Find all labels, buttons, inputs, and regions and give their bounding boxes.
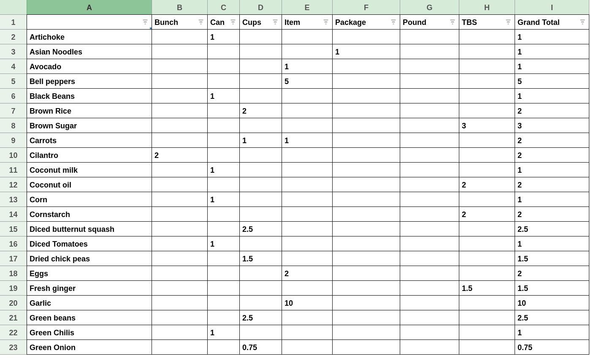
cell-A12[interactable]: Coconut oil [27, 177, 152, 192]
cell-B13[interactable] [152, 192, 208, 207]
cell-B23[interactable] [152, 340, 208, 355]
cell-I18[interactable]: 2 [515, 266, 589, 281]
cell-B9[interactable] [152, 133, 208, 148]
cell-D16[interactable] [239, 236, 282, 251]
cell-F18[interactable] [332, 266, 400, 281]
cell-E15[interactable] [282, 221, 333, 236]
cell-G22[interactable] [400, 325, 459, 340]
cell-E6[interactable] [282, 88, 333, 103]
cell-H7[interactable] [459, 103, 515, 118]
row-header-6[interactable]: 6 [0, 88, 27, 103]
cell-C10[interactable] [207, 147, 240, 163]
cell-B6[interactable] [152, 88, 208, 103]
cell-D3[interactable] [239, 44, 282, 59]
cell-E2[interactable] [282, 29, 333, 44]
cell-G21[interactable] [400, 310, 459, 325]
row-header-21[interactable]: 21 [0, 310, 27, 325]
row-header-12[interactable]: 12 [0, 177, 27, 192]
cell-B7[interactable] [152, 103, 208, 118]
cell-G14[interactable] [400, 206, 459, 222]
cell-A20[interactable]: Garlic [27, 295, 152, 310]
cell-C3[interactable] [207, 44, 240, 59]
cell-C20[interactable] [207, 295, 240, 310]
cell-G3[interactable] [400, 44, 459, 59]
cell-E5[interactable]: 5 [282, 73, 333, 89]
cell-G9[interactable] [400, 133, 459, 148]
cell-E23[interactable] [282, 340, 333, 355]
cell-I2[interactable]: 1 [515, 29, 589, 44]
cell-B18[interactable] [152, 266, 208, 281]
cell-B11[interactable] [152, 162, 208, 177]
cell-H10[interactable] [459, 147, 515, 163]
cell-H2[interactable] [459, 29, 515, 44]
cell-B5[interactable] [152, 73, 208, 89]
cell-F3[interactable]: 1 [332, 44, 400, 59]
cell-F20[interactable] [332, 295, 400, 310]
cell-D9[interactable]: 1 [239, 133, 282, 148]
cell-G18[interactable] [400, 266, 459, 281]
cell-B4[interactable] [152, 59, 208, 74]
cell-G16[interactable] [400, 236, 459, 251]
cell-D4[interactable] [239, 59, 282, 74]
row-header-3[interactable]: 3 [0, 44, 27, 59]
cell-H6[interactable] [459, 88, 515, 103]
column-header-C[interactable]: C [207, 0, 240, 15]
cell-A5[interactable]: Bell peppers [27, 73, 152, 89]
filter-icon[interactable] [228, 17, 238, 27]
cell-I16[interactable]: 1 [515, 236, 589, 251]
cell-B12[interactable] [152, 177, 208, 192]
cell-F7[interactable] [332, 103, 400, 118]
cell-H8[interactable]: 3 [459, 118, 515, 133]
cell-A4[interactable]: Avocado [27, 59, 152, 74]
cell-I7[interactable]: 2 [515, 103, 589, 118]
cell-H17[interactable] [459, 251, 515, 266]
header-cell-C[interactable]: Can [207, 14, 240, 30]
cell-F4[interactable] [332, 59, 400, 74]
cell-C2[interactable]: 1 [207, 29, 240, 44]
cell-D22[interactable] [239, 325, 282, 340]
cell-H11[interactable] [459, 162, 515, 177]
cell-G12[interactable] [400, 177, 459, 192]
row-header-4[interactable]: 4 [0, 59, 27, 74]
cell-H5[interactable] [459, 73, 515, 89]
cell-A21[interactable]: Green beans [27, 310, 152, 325]
cell-G15[interactable] [400, 221, 459, 236]
header-cell-E[interactable]: Item [282, 14, 333, 30]
cell-I13[interactable]: 1 [515, 192, 589, 207]
cell-A17[interactable]: Dried chick peas [27, 251, 152, 266]
cell-D23[interactable]: 0.75 [239, 340, 282, 355]
cell-I20[interactable]: 10 [515, 295, 589, 310]
header-cell-B[interactable]: Bunch [152, 14, 208, 30]
cell-D14[interactable] [239, 206, 282, 222]
cell-B19[interactable] [152, 280, 208, 296]
cell-B22[interactable] [152, 325, 208, 340]
row-header-20[interactable]: 20 [0, 295, 27, 310]
cell-H18[interactable] [459, 266, 515, 281]
cell-C23[interactable] [207, 340, 240, 355]
cell-H21[interactable] [459, 310, 515, 325]
header-cell-D[interactable]: Cups [239, 14, 282, 30]
row-header-13[interactable]: 13 [0, 192, 27, 207]
cell-H19[interactable]: 1.5 [459, 280, 515, 296]
cell-F11[interactable] [332, 162, 400, 177]
cell-C13[interactable]: 1 [207, 192, 240, 207]
row-header-23[interactable]: 23 [0, 340, 27, 355]
row-header-14[interactable]: 14 [0, 206, 27, 222]
cell-H22[interactable] [459, 325, 515, 340]
cell-I10[interactable]: 2 [515, 147, 589, 163]
cell-A22[interactable]: Green Chilis [27, 325, 152, 340]
cell-F21[interactable] [332, 310, 400, 325]
header-cell-G[interactable]: Pound [400, 14, 459, 30]
cell-G19[interactable] [400, 280, 459, 296]
cell-D13[interactable] [239, 192, 282, 207]
cell-H3[interactable] [459, 44, 515, 59]
header-cell-A[interactable] [27, 14, 152, 30]
cell-F13[interactable] [332, 192, 400, 207]
cell-G7[interactable] [400, 103, 459, 118]
cell-A7[interactable]: Brown Rice [27, 103, 152, 118]
cell-E20[interactable]: 10 [282, 295, 333, 310]
cell-I19[interactable]: 1.5 [515, 280, 589, 296]
cell-E11[interactable] [282, 162, 333, 177]
cell-G5[interactable] [400, 73, 459, 89]
cell-C5[interactable] [207, 73, 240, 89]
